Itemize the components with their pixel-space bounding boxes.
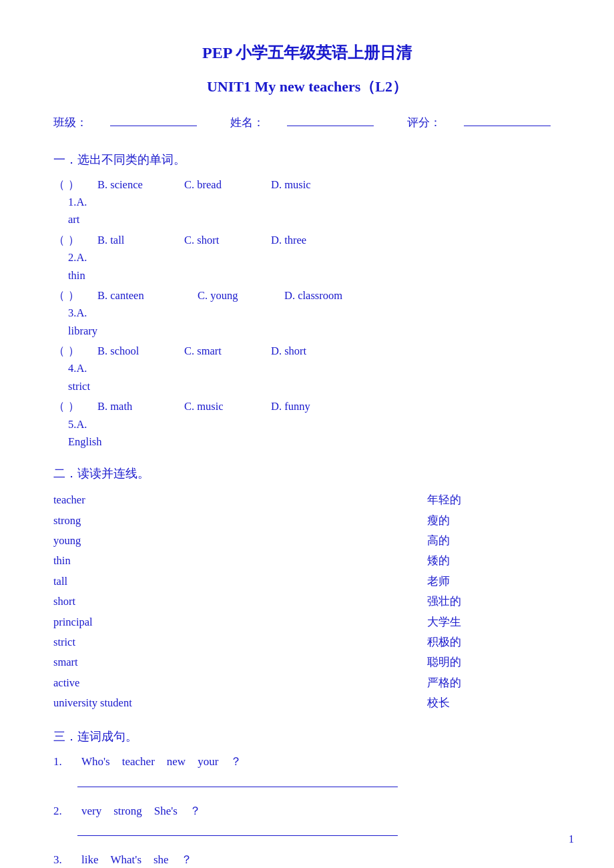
class-input-line: [110, 114, 197, 126]
info-row: 班级： 姓名： 评分：: [53, 114, 561, 132]
section3-title: 三．连词成句。: [53, 727, 561, 746]
match-left-6: principal: [53, 612, 207, 632]
section1-title: 一．选出不同类的单词。: [53, 150, 561, 170]
match-right-10: 校长: [427, 693, 561, 713]
match-right-8: 聪明的: [427, 652, 561, 672]
sub-title: UNIT1 My new teachers（L2）: [53, 75, 561, 98]
match-right-5: 强壮的: [427, 592, 561, 612]
sentence-row-1: 1. Who's teacher new your ？: [53, 752, 561, 771]
match-right-1: 瘦的: [427, 511, 561, 531]
match-left-3: thin: [53, 551, 207, 571]
match-right-0: 年轻的: [427, 490, 561, 510]
matching-section: teacher 年轻的 strong 瘦的 young 高的 thin 矮的 t…: [53, 490, 561, 713]
sentence-row-2: 2. very strong She's ？: [53, 802, 561, 820]
section1: 一．选出不同类的单词。 （ ）1.A. art B. science C. br…: [53, 150, 561, 451]
section2-title: 二．读读并连线。: [53, 464, 561, 483]
match-right-3: 矮的: [427, 551, 561, 571]
section3: 三．连词成句。 1. Who's teacher new your ？ 2. v…: [53, 727, 561, 868]
match-left-0: teacher: [53, 490, 207, 510]
exercise-row-3: （ ）3.A. library B. canteen C. young D. c…: [53, 287, 561, 340]
match-right-6: 大学生: [427, 612, 561, 632]
match-left-4: tall: [53, 572, 207, 592]
match-left-1: strong: [53, 511, 207, 531]
match-left-8: smart: [53, 652, 207, 672]
match-right-7: 积极的: [427, 632, 561, 652]
match-left-5: short: [53, 592, 207, 612]
match-right-4: 老师: [427, 572, 561, 592]
match-right-9: 严格的: [427, 673, 561, 693]
exercise-row-4: （ ）4.A. strict B. school C. smart D. sho…: [53, 343, 561, 395]
answer-line-2: [77, 824, 398, 836]
exercise-row-5: （ ）5.A. English B. math C. music D. funn…: [53, 398, 561, 451]
match-left-2: young: [53, 531, 207, 551]
match-left-9: active: [53, 673, 207, 693]
section2: 二．读读并连线。 teacher 年轻的 strong 瘦的 young 高的 …: [53, 464, 561, 713]
class-label: 班级：: [53, 114, 87, 132]
main-title: PEP 小学五年级英语上册日清: [53, 40, 561, 65]
match-left-10: university student: [53, 693, 207, 713]
score-input-line: [464, 114, 551, 126]
match-right-2: 高的: [427, 531, 561, 551]
sentence-row-3: 3. like What's she ？: [53, 851, 561, 868]
match-left-7: strict: [53, 632, 207, 652]
matching-grid: teacher 年轻的 strong 瘦的 young 高的 thin 矮的 t…: [53, 490, 561, 713]
sentence-section: 1. Who's teacher new your ？ 2. very stro…: [53, 752, 561, 868]
score-label: 评分：: [407, 114, 441, 132]
exercise-row-2: （ ）2.A. thin B. tall C. short D. three: [53, 232, 561, 284]
answer-line-1: [77, 775, 398, 787]
page-number: 1: [569, 831, 574, 848]
name-label: 姓名：: [230, 114, 264, 132]
exercise-row-1: （ ）1.A. art B. science C. bread D. music: [53, 176, 561, 229]
name-input-line: [287, 114, 374, 126]
